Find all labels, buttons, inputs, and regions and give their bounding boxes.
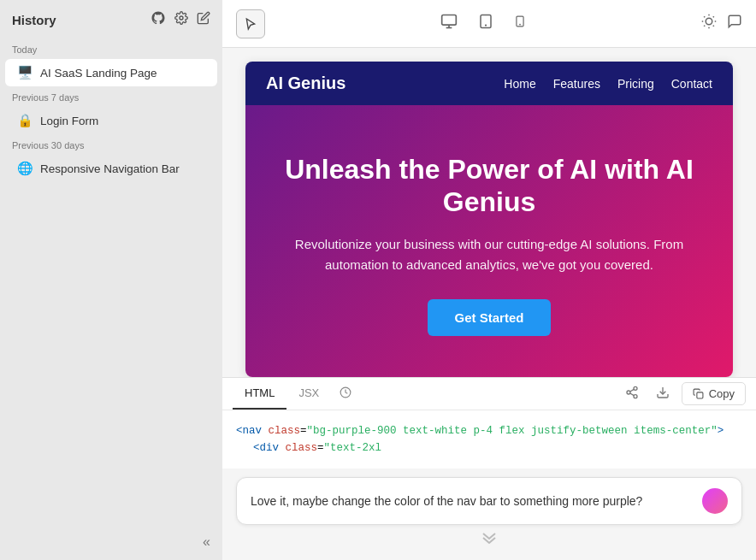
copy-button[interactable]: Copy [682, 382, 746, 405]
chat-input-text[interactable]: Love it, maybe change the color of the n… [251, 494, 702, 508]
hero-heading: Unleash the Power of AI with AI Genius [280, 153, 699, 219]
code-area: HTML JSX [222, 377, 756, 469]
code-line-2: <div class="text-2xl [236, 439, 742, 457]
tablet-view-button[interactable] [475, 9, 497, 38]
main-content: AI Genius Home Features Pricing Contact … [222, 0, 756, 560]
edit-icon[interactable] [197, 11, 210, 28]
page-hero: Unleash the Power of AI with AI Genius R… [245, 105, 733, 377]
svg-point-0 [180, 16, 183, 20]
svg-line-15 [704, 26, 705, 27]
chat-avatar [702, 488, 728, 514]
toolbar-center [437, 9, 529, 38]
sidebar-header: History [0, 0, 222, 39]
sidebar-item-ai-saas[interactable]: 🖥️ AI SaaS Landing Page [5, 59, 217, 86]
svg-line-11 [704, 16, 705, 17]
nav-link-features: Features [553, 77, 600, 91]
sidebar-title: History [12, 13, 56, 27]
collapse-button[interactable]: « [203, 534, 210, 550]
settings-icon[interactable] [174, 11, 188, 28]
section-label-today: Today [0, 39, 222, 58]
login-form-label: Login Form [40, 115, 98, 127]
code-tabs-right: Copy [620, 382, 746, 406]
chat-input-wrapper[interactable]: Love it, maybe change the color of the n… [236, 477, 742, 525]
svg-point-20 [634, 394, 637, 398]
nav-link-pricing: Pricing [617, 77, 654, 91]
sidebar-item-responsive-nav[interactable]: 🌐 Responsive Navigation Bar [5, 155, 217, 182]
svg-point-18 [634, 386, 637, 390]
tab-html[interactable]: HTML [233, 378, 286, 410]
sun-icon[interactable] [701, 14, 717, 33]
nav-link-home: Home [504, 77, 535, 91]
page-brand: AI Genius [266, 74, 346, 93]
svg-point-8 [706, 18, 712, 25]
code-line-1: <nav class="bg-purple-900 text-white p-4… [236, 422, 742, 439]
ai-saas-icon: 🖥️ [17, 65, 33, 80]
sidebar-bottom: « [0, 524, 222, 560]
section-label-prev7: Previous 7 days [0, 87, 222, 106]
sidebar: History Today 🖥️ AI SaaS Landing Page [0, 0, 222, 560]
sidebar-item-login-form[interactable]: 🔒 Login Form [5, 107, 217, 134]
svg-point-19 [627, 391, 630, 394]
svg-line-22 [629, 389, 634, 392]
toolbar [222, 0, 756, 48]
preview-frame: AI Genius Home Features Pricing Contact … [245, 62, 733, 377]
code-tabs: HTML JSX [222, 378, 756, 410]
svg-rect-1 [442, 15, 457, 26]
page-nav-links: Home Features Pricing Contact [504, 77, 712, 91]
toolbar-left [236, 9, 265, 38]
responsive-nav-icon: 🌐 [17, 161, 33, 176]
toolbar-right [701, 14, 742, 33]
code-tag-nav: <nav [236, 425, 262, 437]
hero-subtext: Revolutionize your business with our cut… [280, 234, 699, 275]
svg-rect-24 [697, 392, 703, 398]
mobile-view-button[interactable] [511, 9, 529, 38]
desktop-view-button[interactable] [437, 9, 461, 38]
page-nav: AI Genius Home Features Pricing Contact [245, 62, 733, 105]
github-icon[interactable] [151, 10, 166, 29]
sidebar-header-icons [151, 10, 210, 29]
preview-area: AI Genius Home Features Pricing Contact … [222, 48, 756, 377]
svg-line-21 [629, 393, 634, 396]
nav-link-contact: Contact [671, 77, 712, 91]
section-label-prev30: Previous 30 days [0, 135, 222, 154]
login-form-icon: 🔒 [17, 113, 33, 128]
download-button[interactable] [651, 382, 675, 406]
cursor-tool-button[interactable] [236, 9, 265, 38]
svg-line-16 [713, 16, 714, 17]
share-button[interactable] [620, 382, 644, 406]
tab-jsx[interactable]: JSX [286, 378, 331, 410]
copy-label: Copy [709, 387, 735, 400]
svg-line-12 [713, 26, 714, 27]
chat-icon[interactable] [727, 14, 742, 33]
ai-saas-label: AI SaaS Landing Page [40, 67, 157, 80]
scroll-hint [236, 525, 742, 548]
code-content: <nav class="bg-purple-900 text-white p-4… [222, 410, 756, 469]
responsive-nav-label: Responsive Navigation Bar [40, 162, 180, 175]
chat-area: Love it, maybe change the color of the n… [222, 469, 756, 560]
history-icon[interactable] [331, 380, 360, 408]
hero-cta-button[interactable]: Get Started [428, 299, 552, 336]
